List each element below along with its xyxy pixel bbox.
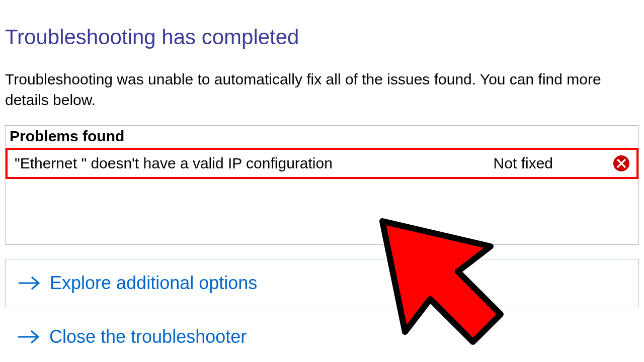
explore-option-label: Explore additional options <box>50 273 257 294</box>
page-description: Troubleshooting was unable to automatica… <box>5 69 639 110</box>
arrow-right-icon <box>18 274 41 293</box>
explore-additional-options-button[interactable]: Explore additional options <box>5 259 639 307</box>
problem-row[interactable]: "Ethernet " doesn't have a valid IP conf… <box>6 148 638 179</box>
close-option-label: Close the troubleshooter <box>49 326 247 347</box>
problems-header: Problems found <box>6 126 638 148</box>
arrow-right-icon <box>17 327 40 346</box>
problems-empty-area <box>6 179 638 244</box>
page-title: Troubleshooting has completed <box>5 25 639 49</box>
error-x-icon <box>613 155 629 171</box>
problem-description: "Ethernet " doesn't have a valid IP conf… <box>15 155 494 172</box>
problems-found-box: Problems found "Ethernet " doesn't have … <box>5 125 639 245</box>
problem-status: Not fixed <box>494 155 553 172</box>
close-troubleshooter-button[interactable]: Close the troubleshooter <box>5 321 639 347</box>
